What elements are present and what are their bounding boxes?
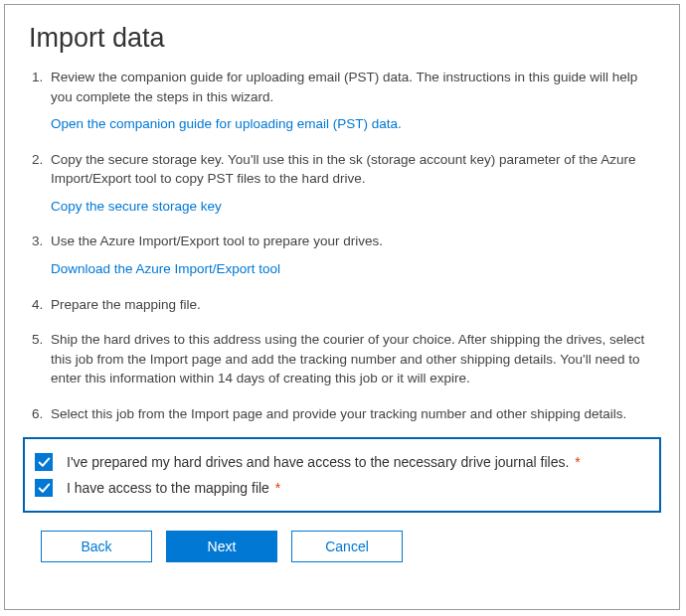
mapping-file-text: I have access to the mapping file <box>67 480 269 496</box>
drives-prepared-text: I've prepared my hard drives and have ac… <box>67 454 569 470</box>
step-3-text: Use the Azure Import/Export tool to prep… <box>51 231 655 251</box>
mapping-file-label: I have access to the mapping file * <box>67 480 280 496</box>
button-row: Back Next Cancel <box>29 531 655 562</box>
step-6-text: Select this job from the Import page and… <box>51 404 655 424</box>
back-button[interactable]: Back <box>41 531 152 562</box>
confirmation-box: I've prepared my hard drives and have ac… <box>23 437 661 513</box>
drives-prepared-label: I've prepared my hard drives and have ac… <box>67 454 581 470</box>
download-tool-link[interactable]: Download the Azure Import/Export tool <box>51 259 280 279</box>
checkmark-icon <box>38 482 51 495</box>
drives-prepared-checkbox[interactable] <box>35 453 53 471</box>
required-marker: * <box>275 480 280 496</box>
copy-storage-key-link[interactable]: Copy the secure storage key <box>51 197 222 217</box>
step-1-text: Review the companion guide for uploading… <box>51 68 655 106</box>
drives-prepared-row: I've prepared my hard drives and have ac… <box>35 449 649 475</box>
step-4-text: Prepare the mapping file. <box>51 295 655 315</box>
step-5-text: Ship the hard drives to this address usi… <box>51 330 655 388</box>
required-marker: * <box>575 454 580 470</box>
page-title: Import data <box>29 23 655 54</box>
step-6: Select this job from the Import page and… <box>47 404 655 424</box>
cancel-button[interactable]: Cancel <box>291 531 403 562</box>
mapping-file-row: I have access to the mapping file * <box>35 475 649 501</box>
step-5: Ship the hard drives to this address usi… <box>47 330 655 388</box>
step-2-text: Copy the secure storage key. You'll use … <box>51 150 655 189</box>
mapping-file-checkbox[interactable] <box>35 479 53 497</box>
step-3: Use the Azure Import/Export tool to prep… <box>47 231 655 278</box>
checkmark-icon <box>38 456 51 469</box>
step-2: Copy the secure storage key. You'll use … <box>47 150 655 217</box>
next-button[interactable]: Next <box>166 531 277 562</box>
open-companion-guide-link[interactable]: Open the companion guide for uploading e… <box>51 114 402 134</box>
step-4: Prepare the mapping file. <box>47 295 655 315</box>
import-data-panel: Import data Review the companion guide f… <box>4 4 680 610</box>
steps-list: Review the companion guide for uploading… <box>29 68 655 423</box>
step-1: Review the companion guide for uploading… <box>47 68 655 134</box>
